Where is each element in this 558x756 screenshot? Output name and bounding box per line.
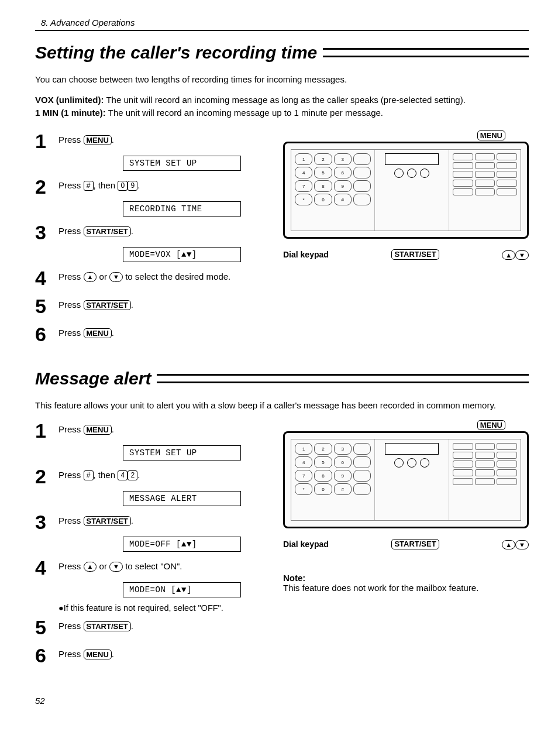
step-text: Press: [58, 516, 84, 525]
function-keys-icon: [449, 439, 521, 520]
button-icon: [420, 169, 429, 178]
step-number: 4: [35, 558, 50, 578]
lcd-display: MODE=VOX [▲▼]: [123, 247, 241, 262]
vox-term: VOX (unlimited):: [35, 95, 104, 105]
step-text: Press: [58, 300, 84, 310]
up-arrow-button: ▲: [84, 272, 97, 281]
steps-column: 1 Press MENU. SYSTEM SET UP 2 Press #, t…: [35, 420, 267, 666]
lcd-display: MESSAGE ALERT: [123, 491, 241, 506]
step-number: 2: [35, 466, 50, 486]
chapter-header: 8. Advanced Operations: [35, 18, 529, 28]
intro-text: This feature allows your unit to alert y…: [35, 399, 529, 411]
up-arrow-button: ▲: [84, 562, 97, 571]
step-number: 1: [35, 131, 50, 151]
definitions: VOX (unlimited): The unit will record an…: [35, 94, 529, 119]
section-title: Setting the caller's recording time: [35, 43, 317, 63]
step-text: Press: [58, 424, 84, 434]
start-set-button: START/SET: [84, 621, 131, 632]
note-text: This feature does not work for the mailb…: [283, 583, 529, 593]
step-text: , then: [94, 180, 118, 190]
up-arrow-label: ▲: [502, 250, 515, 260]
hash-key: #: [84, 181, 94, 190]
title-decoration: [323, 48, 529, 57]
step-text: Press: [58, 226, 84, 236]
step-text: Press: [58, 649, 84, 659]
section-title-row: Message alert: [35, 369, 529, 389]
menu-button: MENU: [84, 650, 112, 660]
up-arrow-label: ▲: [502, 540, 515, 549]
step-number: 5: [35, 296, 50, 316]
note-block: Note: This feature does not work for the…: [283, 573, 529, 593]
step-text: Press: [58, 561, 84, 571]
lcd-icon: [385, 153, 439, 165]
step-text: Press: [58, 180, 84, 190]
button-icon: [407, 169, 416, 178]
title-decoration: [157, 374, 529, 383]
step-number: 6: [35, 645, 50, 665]
menu-button: MENU: [84, 135, 112, 146]
dial-keypad-label: Dial keypad: [283, 539, 329, 549]
bullet-note: ●If this feature is not required, select…: [58, 603, 267, 613]
menu-button: MENU: [84, 328, 112, 339]
dial-keypad-icon: 123 456 789 *0#: [291, 150, 375, 231]
step-text: Press: [58, 135, 84, 145]
dial-keypad-icon: 123 456 789 *0#: [291, 439, 375, 520]
step-text: or: [97, 561, 109, 571]
menu-button: MENU: [84, 425, 112, 435]
diagram-column: MENU 123 456 789 *0#: [283, 130, 529, 260]
step-text: Press: [58, 328, 84, 338]
device-diagram: 123 456 789 *0#: [283, 142, 529, 239]
device-diagram: 123 456 789 *0#: [283, 431, 529, 528]
note-heading: Note:: [283, 573, 529, 583]
button-icon: [394, 169, 404, 178]
lcd-display: MODE=ON [▲▼]: [123, 582, 241, 597]
start-set-button: START/SET: [84, 516, 131, 527]
step-text: to select the desired mode.: [123, 272, 230, 281]
steps-column: 1 Press MENU. SYSTEM SET UP 2 Press #, t…: [35, 130, 267, 345]
function-keys-icon: [449, 150, 521, 231]
lcd-display: MODE=OFF [▲▼]: [123, 537, 241, 552]
step-number: 6: [35, 324, 50, 344]
button-icon: [407, 458, 416, 468]
page-number: 52: [35, 696, 529, 706]
lcd-display: RECORDING TIME: [123, 201, 241, 217]
step-text: Press: [58, 621, 84, 631]
step-text: to select "ON".: [123, 561, 182, 571]
start-set-label: START/SET: [391, 539, 439, 549]
section-title: Message alert: [35, 369, 151, 389]
step-number: 1: [35, 421, 50, 441]
menu-button-label: MENU: [477, 420, 505, 431]
digit-key: 9: [128, 181, 137, 190]
1min-term: 1 MIN (1 minute):: [35, 108, 106, 118]
lcd-display: SYSTEM SET UP: [123, 445, 241, 461]
step-number: 4: [35, 268, 50, 288]
step-number: 5: [35, 617, 50, 637]
down-arrow-button: ▼: [109, 272, 123, 281]
button-icon: [394, 458, 404, 468]
step-number: 2: [35, 177, 50, 197]
1min-desc: The unit will record an incoming message…: [108, 108, 383, 118]
hash-key: #: [84, 470, 94, 480]
lcd-display: SYSTEM SET UP: [123, 156, 241, 171]
intro-text: You can choose between two lengths of re…: [35, 73, 529, 85]
digit-key: 2: [128, 470, 137, 480]
dial-keypad-label: Dial keypad: [283, 250, 329, 259]
lcd-icon: [385, 443, 439, 455]
step-text: Press: [58, 272, 84, 281]
down-arrow-label: ▼: [515, 540, 529, 549]
step-text: or: [97, 272, 109, 281]
vox-desc: The unit will record an incoming message…: [106, 95, 465, 105]
down-arrow-label: ▼: [515, 250, 529, 260]
step-text: , then: [94, 470, 118, 480]
step-number: 3: [35, 222, 50, 242]
step-text: Press: [58, 470, 84, 480]
diagram-column: MENU 123 456 789 *0#: [283, 420, 529, 593]
start-set-label: START/SET: [391, 249, 439, 260]
button-icon: [420, 458, 429, 468]
digit-key: 4: [118, 470, 128, 480]
step-number: 3: [35, 512, 50, 532]
down-arrow-button: ▼: [109, 562, 123, 571]
section-title-row: Setting the caller's recording time: [35, 43, 529, 63]
start-set-button: START/SET: [84, 226, 131, 237]
horizontal-rule: [35, 30, 529, 31]
